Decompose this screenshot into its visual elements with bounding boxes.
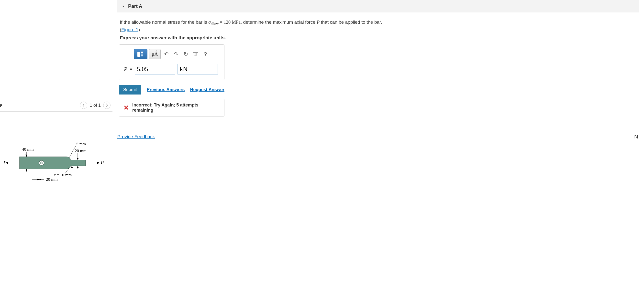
incorrect-icon: ✕ [124, 104, 129, 111]
svg-point-37 [196, 54, 197, 55]
chevron-left-icon [82, 104, 85, 107]
svg-marker-10 [77, 158, 79, 160]
request-answer-link[interactable]: Request Answer [190, 87, 224, 92]
value-input[interactable] [135, 64, 175, 74]
redo-button[interactable]: ↷ [172, 49, 180, 59]
svg-marker-12 [26, 169, 28, 171]
figure-link[interactable]: Figure 1 [121, 27, 138, 32]
feedback-banner: ✕ Incorrect; Try Again; 5 attempts remai… [119, 99, 224, 116]
answer-box: μÅ ∘ ↶ ↷ ↻ [119, 44, 224, 80]
left-header-letter: e [0, 102, 2, 109]
unit-input[interactable] [178, 64, 218, 74]
answer-instruction: Express your answer with the appropriate… [120, 35, 639, 40]
units-button[interactable]: μÅ ∘ [149, 49, 161, 59]
svg-marker-21 [39, 179, 41, 180]
help-button[interactable]: ? [201, 49, 210, 59]
redo-icon: ↷ [174, 51, 178, 57]
svg-rect-38 [194, 55, 196, 55]
svg-rect-27 [141, 54, 143, 56]
dim-radius: r = 10 mm [54, 173, 72, 177]
reset-button[interactable]: ↻ [182, 49, 190, 59]
svg-rect-25 [138, 52, 140, 57]
svg-point-36 [196, 54, 196, 55]
dim-5mm: 5 mm [76, 142, 86, 146]
part-header[interactable]: ▼ Part A [117, 0, 639, 12]
answer-variable: P [124, 66, 127, 72]
svg-point-31 [194, 53, 195, 54]
svg-marker-24 [37, 179, 39, 180]
previous-answers-link[interactable]: Previous Answers [147, 87, 184, 92]
svg-marker-16 [77, 166, 79, 168]
equals-sign: = [130, 66, 132, 71]
help-icon: ? [204, 51, 207, 57]
chevron-right-icon [106, 104, 108, 107]
keyboard-icon [193, 52, 198, 56]
svg-point-33 [196, 53, 197, 54]
dim-20mm-h: 20 mm [75, 148, 86, 153]
svg-marker-5 [97, 162, 100, 164]
undo-button[interactable]: ↶ [162, 49, 170, 59]
submit-button[interactable]: Submit [119, 85, 141, 94]
collapse-triangle-icon: ▼ [122, 5, 125, 8]
reset-icon: ↻ [184, 51, 188, 57]
figure-1: P P 40 mm 5 mm 20 mm [0, 134, 112, 184]
svg-marker-14 [71, 166, 73, 168]
templates-button[interactable] [134, 49, 148, 59]
figure-next-button[interactable] [103, 102, 110, 109]
dim-40mm: 40 mm [22, 147, 34, 152]
svg-point-35 [194, 54, 195, 55]
svg-point-34 [194, 54, 194, 55]
figure-prev-button[interactable] [80, 102, 87, 109]
svg-rect-26 [141, 51, 143, 53]
right-edge-letter: N [634, 134, 638, 140]
fraction-template-icon [137, 51, 144, 57]
problem-statement: If the allowable normal stress for the b… [120, 19, 639, 33]
provide-feedback-link[interactable]: Provide Feedback [117, 134, 155, 139]
svg-point-32 [196, 53, 196, 54]
svg-marker-7 [26, 155, 28, 157]
figure-count: 1 of 1 [90, 103, 101, 108]
part-title: Part A [128, 3, 142, 9]
svg-point-30 [194, 53, 194, 54]
feedback-text: Incorrect; Try Again; 5 attempts remaini… [132, 103, 220, 113]
svg-point-1 [40, 162, 43, 164]
force-label-right: P [100, 160, 104, 165]
keyboard-button[interactable] [192, 49, 200, 59]
undo-icon: ↶ [164, 51, 168, 57]
dim-20mm-hole: 20 mm [46, 177, 58, 182]
force-label-left: P [3, 160, 6, 165]
